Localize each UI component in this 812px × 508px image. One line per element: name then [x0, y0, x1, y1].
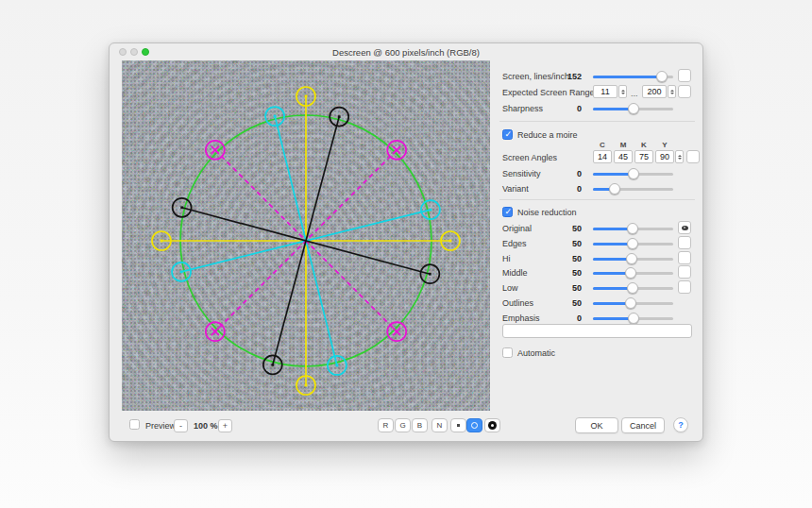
descreen-dialog-window: Descreen @ 600 pixels/inch (RGB/8) Scree…: [109, 42, 703, 442]
low-view-button[interactable]: [678, 280, 691, 294]
channel-r-button[interactable]: R: [378, 418, 394, 432]
range-min-stepper[interactable]: [618, 85, 627, 98]
original-slider[interactable]: [593, 223, 673, 234]
noise-reduction-row: Noise reduction: [490, 206, 704, 219]
screen-angles-label: Screen Angles: [502, 153, 557, 162]
view-mode-rings-button[interactable]: [466, 418, 482, 432]
emphasis-row: Emphasis 0: [490, 312, 704, 325]
eye-icon: [682, 226, 688, 230]
hi-row: Hi 50: [490, 252, 704, 265]
original-label: Original: [502, 224, 532, 233]
sensitivity-value: 0: [549, 169, 582, 178]
original-view-button[interactable]: [678, 221, 691, 234]
titlebar[interactable]: Descreen @ 600 pixels/inch (RGB/8): [110, 43, 702, 60]
emphasis-label: Emphasis: [502, 313, 540, 323]
middle-view-button[interactable]: [678, 265, 691, 279]
angles-option-box[interactable]: [686, 150, 700, 163]
expected-range-option-box[interactable]: [678, 85, 691, 98]
sensitivity-label: Sensitivity: [502, 169, 541, 178]
edges-row: Edges 50: [490, 237, 704, 250]
slider-thumb[interactable]: [627, 238, 638, 249]
sharpness-slider[interactable]: [593, 103, 673, 114]
hi-label: Hi: [502, 254, 511, 263]
range-max-stepper[interactable]: [668, 85, 676, 98]
sharpness-value: 0: [549, 104, 582, 113]
slider-thumb[interactable]: [625, 267, 636, 279]
variant-slider[interactable]: [593, 183, 673, 195]
automatic-checkbox[interactable]: [502, 347, 513, 358]
screen-lines-slider[interactable]: [593, 71, 673, 82]
cancel-button[interactable]: Cancel: [621, 417, 665, 433]
low-slider[interactable]: [593, 282, 673, 294]
section-divider: [499, 199, 695, 200]
outlines-row: Outlines 50: [490, 296, 704, 310]
view-mode-target-button[interactable]: [484, 418, 500, 432]
angle-y-field[interactable]: 90: [655, 150, 674, 163]
column-header-y: Y: [655, 141, 674, 149]
original-value: 50: [549, 224, 582, 233]
reduce-moire-checkbox[interactable]: [502, 129, 513, 140]
slider-thumb[interactable]: [626, 253, 637, 264]
middle-slider[interactable]: [593, 267, 673, 279]
preset-name-input[interactable]: [502, 324, 692, 338]
column-header-c: C: [593, 141, 612, 149]
screen-lines-value: 152: [549, 72, 582, 81]
slider-thumb[interactable]: [627, 282, 638, 294]
original-row: Original 50: [490, 222, 704, 235]
hi-slider[interactable]: [593, 253, 673, 264]
preview-canvas[interactable]: [122, 60, 490, 411]
sensitivity-row: Sensitivity 0: [490, 167, 704, 180]
angle-k-field[interactable]: 75: [634, 150, 653, 163]
slider-thumb[interactable]: [628, 168, 639, 179]
slider-thumb[interactable]: [625, 297, 636, 309]
middle-label: Middle: [502, 268, 528, 278]
outlines-slider[interactable]: [593, 297, 673, 309]
help-button[interactable]: ?: [673, 417, 688, 432]
sensitivity-slider[interactable]: [593, 168, 673, 179]
expected-range-label: Expected Screen Range: [502, 88, 595, 97]
variant-row: Variant 0: [490, 182, 704, 195]
reduce-moire-label: Reduce a moire: [517, 130, 578, 140]
channel-g-button[interactable]: G: [395, 418, 411, 432]
slider-thumb[interactable]: [627, 223, 638, 234]
outlines-value: 50: [549, 298, 582, 308]
screen-angles-row: Screen Angles 14 45 75 90: [490, 151, 704, 164]
slider-thumb[interactable]: [628, 313, 639, 324]
channel-b-button[interactable]: B: [412, 418, 428, 432]
target-icon: [488, 421, 497, 430]
middle-value: 50: [549, 268, 582, 278]
sharpness-row: Sharpness 0: [490, 102, 704, 115]
view-mode-dot-button[interactable]: [450, 418, 466, 432]
emphasis-slider[interactable]: [593, 313, 673, 324]
angle-m-field[interactable]: 45: [614, 150, 633, 163]
slider-thumb[interactable]: [656, 71, 668, 82]
angle-c-field[interactable]: 14: [593, 150, 612, 163]
range-max-field[interactable]: 200: [642, 85, 667, 98]
automatic-label: Automatic: [517, 348, 555, 358]
slider-thumb[interactable]: [628, 103, 639, 114]
expected-range-row: Expected Screen Range 11 ... 200: [490, 86, 704, 99]
low-value: 50: [549, 283, 582, 293]
zoom-level: 100 %: [194, 421, 218, 431]
screen-angles-diagram[interactable]: [122, 60, 490, 411]
bottom-bar: Preview - 100 % + R G B N OK Cancel ?: [110, 411, 702, 441]
noise-reduction-checkbox[interactable]: [502, 207, 513, 217]
ok-button[interactable]: OK: [575, 417, 618, 433]
window-title: Descreen @ 600 pixels/inch (RGB/8): [110, 47, 702, 58]
edges-value: 50: [549, 239, 582, 248]
low-label: Low: [502, 283, 518, 293]
range-min-field[interactable]: 11: [593, 85, 617, 98]
sharpness-label: Sharpness: [502, 104, 543, 113]
channel-n-button[interactable]: N: [431, 418, 448, 432]
zoom-in-button[interactable]: +: [218, 419, 232, 432]
edges-view-button[interactable]: [678, 236, 691, 249]
hi-view-button[interactable]: [678, 251, 691, 264]
preview-checkbox[interactable]: [129, 419, 140, 430]
screen-lines-option-box[interactable]: [678, 69, 691, 82]
angles-stepper[interactable]: [675, 150, 684, 163]
slider-thumb[interactable]: [609, 183, 620, 195]
edges-slider[interactable]: [593, 238, 673, 249]
column-header-m: M: [614, 141, 633, 149]
zoom-out-button[interactable]: -: [174, 419, 188, 432]
noise-reduction-label: Noise reduction: [517, 208, 577, 217]
